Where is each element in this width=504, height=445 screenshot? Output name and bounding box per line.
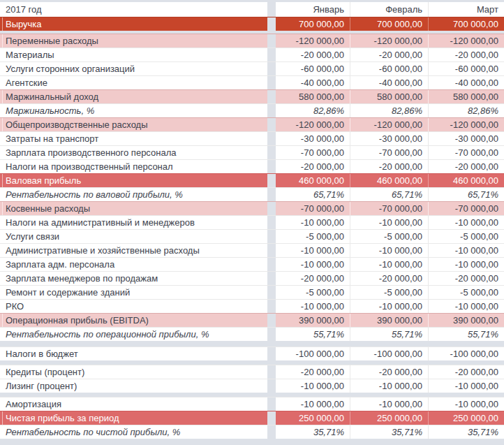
row-label-cell[interactable]: Чистая прибыль за период: [3, 411, 267, 425]
value-cell[interactable]: -70 000,00: [276, 146, 350, 159]
value-cell[interactable]: 250 000,00: [276, 411, 350, 425]
row-label-cell[interactable]: Рентабельность по валовой прибыли, %: [3, 188, 267, 201]
row-label-cell[interactable]: Зарплата адм. персонала: [3, 258, 267, 271]
row-label-cell[interactable]: Операционная прибыль (EBITDA): [3, 314, 267, 327]
row-label-cell[interactable]: Материалы: [3, 48, 267, 61]
value-cell[interactable]: -120 000,00: [428, 34, 504, 48]
value-cell[interactable]: -120 000,00: [276, 34, 350, 48]
value-cell[interactable]: -20 000,00: [350, 48, 428, 61]
value-cell[interactable]: 390 000,00: [276, 314, 350, 327]
row-label-cell[interactable]: Рентабельность по чистой прибыли, %: [3, 425, 267, 439]
row-label-cell[interactable]: Налоги в бюджет: [3, 347, 267, 360]
value-cell[interactable]: -10 000,00: [276, 258, 350, 271]
value-cell[interactable]: -20 000,00: [428, 365, 504, 379]
value-cell[interactable]: -10 000,00: [350, 397, 428, 411]
value-cell[interactable]: 82,86%: [350, 104, 428, 117]
value-cell[interactable]: -70 000,00: [428, 202, 504, 215]
value-cell[interactable]: -10 000,00: [276, 216, 350, 229]
value-cell[interactable]: -30 000,00: [276, 132, 350, 145]
value-cell[interactable]: 82,86%: [428, 104, 504, 117]
value-cell[interactable]: -20 000,00: [350, 160, 428, 173]
row-label-cell[interactable]: Налоги на административный и менеджеров: [3, 216, 267, 229]
row-label-cell[interactable]: РКО: [3, 300, 267, 313]
value-cell[interactable]: -60 000,00: [350, 62, 428, 75]
value-cell[interactable]: -40 000,00: [428, 76, 504, 89]
value-cell[interactable]: 35,71%: [350, 425, 428, 439]
row-label-cell[interactable]: Зарплата производственного персонала: [3, 146, 267, 159]
value-cell[interactable]: -20 000,00: [350, 272, 428, 285]
value-cell[interactable]: 390 000,00: [428, 314, 504, 327]
value-cell[interactable]: -10 000,00: [276, 244, 350, 257]
value-cell[interactable]: 700 000,00: [276, 17, 350, 31]
year-label-cell[interactable]: 2017 год: [3, 2, 267, 17]
row-label-cell[interactable]: Амортизация: [3, 397, 267, 411]
value-cell[interactable]: -10 000,00: [428, 300, 504, 313]
value-cell[interactable]: -5 000,00: [350, 286, 428, 299]
value-cell[interactable]: -40 000,00: [276, 76, 350, 89]
value-cell[interactable]: -100 000,00: [276, 347, 350, 360]
value-cell[interactable]: 460 000,00: [428, 174, 504, 187]
value-cell[interactable]: -10 000,00: [428, 379, 504, 393]
row-label-cell[interactable]: Косвенные расходы: [3, 202, 267, 215]
row-label-cell[interactable]: Маржинальный доход: [3, 90, 267, 103]
value-cell[interactable]: -10 000,00: [350, 300, 428, 313]
value-cell[interactable]: 580 000,00: [350, 90, 428, 103]
month-header-cell[interactable]: Февраль: [350, 2, 428, 17]
row-label-cell[interactable]: Затраты на транспорт: [3, 132, 267, 145]
row-label-cell[interactable]: Административные и хозяйственные расходы: [3, 244, 267, 257]
value-cell[interactable]: -10 000,00: [350, 379, 428, 393]
value-cell[interactable]: -100 000,00: [350, 347, 428, 360]
row-label-cell[interactable]: Рентабельность по операционной прибыли, …: [3, 328, 267, 341]
value-cell[interactable]: 700 000,00: [428, 17, 504, 31]
value-cell[interactable]: -70 000,00: [350, 202, 428, 215]
value-cell[interactable]: -10 000,00: [428, 244, 504, 257]
value-cell[interactable]: -20 000,00: [276, 160, 350, 173]
value-cell[interactable]: -20 000,00: [428, 272, 504, 285]
value-cell[interactable]: 390 000,00: [350, 314, 428, 327]
value-cell[interactable]: -10 000,00: [276, 300, 350, 313]
value-cell[interactable]: 460 000,00: [350, 174, 428, 187]
value-cell[interactable]: 65,71%: [276, 188, 350, 201]
value-cell[interactable]: -70 000,00: [276, 202, 350, 215]
month-header-cell[interactable]: Март: [428, 2, 504, 17]
value-cell[interactable]: 55,71%: [350, 328, 428, 341]
value-cell[interactable]: 65,71%: [428, 188, 504, 201]
value-cell[interactable]: 55,71%: [276, 328, 350, 341]
row-label-cell[interactable]: Выручка: [3, 17, 267, 31]
value-cell[interactable]: 580 000,00: [428, 90, 504, 103]
row-label-cell[interactable]: Агентские: [3, 76, 267, 89]
row-label-cell[interactable]: Налоги на производственный персонал: [3, 160, 267, 173]
value-cell[interactable]: -20 000,00: [428, 160, 504, 173]
value-cell[interactable]: -5 000,00: [276, 286, 350, 299]
value-cell[interactable]: -5 000,00: [276, 230, 350, 243]
row-label-cell[interactable]: Лизинг (процент): [3, 379, 267, 393]
value-cell[interactable]: -120 000,00: [350, 34, 428, 48]
value-cell[interactable]: -20 000,00: [276, 365, 350, 379]
value-cell[interactable]: 55,71%: [428, 328, 504, 341]
value-cell[interactable]: -10 000,00: [350, 216, 428, 229]
value-cell[interactable]: -10 000,00: [350, 244, 428, 257]
value-cell[interactable]: -40 000,00: [350, 76, 428, 89]
value-cell[interactable]: -10 000,00: [350, 258, 428, 271]
value-cell[interactable]: -20 000,00: [350, 365, 428, 379]
row-label-cell[interactable]: Зарплата менеджеров по продажам: [3, 272, 267, 285]
value-cell[interactable]: -30 000,00: [350, 132, 428, 145]
value-cell[interactable]: -5 000,00: [428, 230, 504, 243]
value-cell[interactable]: 82,86%: [276, 104, 350, 117]
row-label-cell[interactable]: Маржинальность, %: [3, 104, 267, 117]
value-cell[interactable]: 460 000,00: [276, 174, 350, 187]
value-cell[interactable]: 580 000,00: [276, 90, 350, 103]
month-header-cell[interactable]: Январь: [276, 2, 350, 17]
row-label-cell[interactable]: Кредиты (процент): [3, 365, 267, 379]
value-cell[interactable]: -30 000,00: [428, 132, 504, 145]
row-label-cell[interactable]: Валовая прибыль: [3, 174, 267, 187]
value-cell[interactable]: -10 000,00: [276, 397, 350, 411]
value-cell[interactable]: 35,71%: [428, 425, 504, 439]
row-label-cell[interactable]: Общепроизводственные расходы: [3, 118, 267, 131]
value-cell[interactable]: -120 000,00: [350, 118, 428, 131]
value-cell[interactable]: -5 000,00: [350, 230, 428, 243]
value-cell[interactable]: 250 000,00: [428, 411, 504, 425]
value-cell[interactable]: 250 000,00: [350, 411, 428, 425]
value-cell[interactable]: -100 000,00: [428, 347, 504, 360]
value-cell[interactable]: -10 000,00: [428, 397, 504, 411]
